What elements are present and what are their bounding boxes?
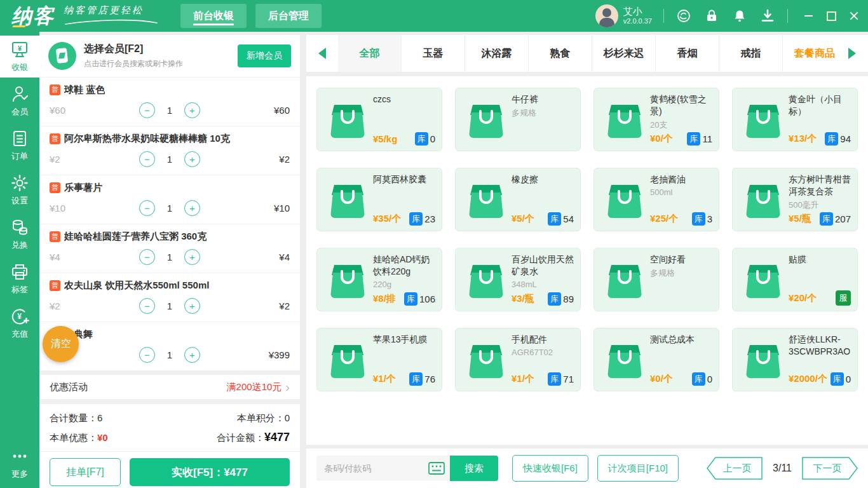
member-select[interactable]: 选择会员[F2] 点击进行会员搜索或刷卡操作 新增会员	[39, 35, 300, 78]
increase-button[interactable]: +	[184, 347, 200, 363]
sidebar-item-cashier[interactable]: ¥ 收银	[0, 36, 39, 78]
category-tab[interactable]: 熟食	[529, 35, 592, 72]
download-icon[interactable]	[759, 8, 776, 24]
product-spec: 348mL	[512, 280, 574, 289]
category-tab[interactable]: 套餐商品	[783, 35, 836, 72]
member-select-subtitle: 点击进行会员搜索或刷卡操作	[84, 58, 183, 69]
sidebar-item-label[interactable]: 标签	[0, 258, 39, 300]
increase-button[interactable]: +	[184, 249, 200, 265]
product-card[interactable]: 测试总成本 ¥0/个 库 0	[593, 328, 719, 391]
brand-slogan: 纳客管店更轻松	[64, 4, 159, 28]
sidebar-item-more[interactable]: 更多	[0, 442, 39, 484]
stock-info: 库 11	[687, 132, 712, 146]
product-card[interactable]: 空间好看 多规格	[593, 248, 719, 311]
total-amount-value: ¥477	[264, 431, 290, 444]
category-tab[interactable]: 戒指	[719, 35, 783, 72]
checkout-button[interactable]: 实收[F5]：¥477	[130, 458, 290, 486]
hold-order-button[interactable]: 挂单[F7]	[50, 458, 121, 486]
next-page-button[interactable]: 下一页	[802, 457, 858, 480]
product-card[interactable]: 老抽酱油 500ml ¥25/个 库 3	[593, 168, 719, 231]
shopping-bag-icon	[461, 254, 512, 306]
category-tab[interactable]: 全部	[338, 35, 402, 72]
product-price: ¥8/排	[373, 293, 396, 305]
product-card[interactable]: 东方树叶青柑普洱茶复合茶 500毫升 ¥5/瓶 库 207	[732, 168, 858, 231]
stock-badge-icon: 库	[404, 292, 417, 306]
category-tab[interactable]: 杉杉来迟	[592, 35, 656, 72]
decrease-button[interactable]: −	[139, 347, 155, 363]
maximize-button[interactable]	[826, 11, 836, 21]
shopping-bag-icon	[599, 173, 650, 226]
product-card[interactable]: 贴膜 ¥20/个 服	[732, 248, 858, 311]
sidebar: ¥ 收银 会员 订单 设置 兑换 标签	[0, 32, 39, 488]
product-name: 黄鹤楼(软雪之景)	[650, 93, 712, 118]
main-tabs: 前台收银后台管理	[180, 4, 322, 28]
category-next-button[interactable]	[836, 35, 868, 72]
page-indicator: 3/11	[773, 463, 792, 474]
decrease-button[interactable]: −	[139, 200, 155, 216]
increase-button[interactable]: +	[184, 298, 200, 314]
increase-button[interactable]: +	[184, 151, 200, 167]
item-total: ¥2	[200, 154, 290, 165]
product-card[interactable]: 百岁山饮用天然矿泉水 348mL ¥3/瓶 库 89	[455, 248, 581, 311]
product-card[interactable]: 橡皮擦 ¥5/个 库 54	[455, 168, 581, 231]
cart-actions: 挂单[F7] 实收[F5]：¥477	[39, 451, 300, 488]
bell-icon[interactable]	[731, 8, 748, 24]
stock-count: 0	[707, 374, 712, 384]
decrease-button[interactable]: −	[139, 298, 155, 314]
stock-badge-icon: 库	[692, 372, 705, 386]
sidebar-item-exchange[interactable]: 兑换	[0, 214, 39, 255]
prev-page-button[interactable]: 上一页	[707, 457, 763, 480]
product-card[interactable]: 苹果13手机膜 ¥1/个 库 76	[316, 328, 442, 391]
add-member-button[interactable]: 新增会员	[238, 44, 291, 67]
decrease-button[interactable]: −	[139, 249, 155, 265]
keyboard-icon[interactable]	[428, 462, 445, 477]
user-account[interactable]: 艾小 v2.0.0.37	[595, 4, 652, 27]
item-name: 阿尔卑斯热带水果奶味硬糖棒棒糖 10克	[64, 133, 230, 145]
decrease-button[interactable]: −	[139, 151, 155, 167]
stock-info: 库 94	[825, 132, 851, 146]
decrease-button[interactable]: −	[139, 102, 155, 118]
quick-checkout-button[interactable]: 快速收银[F6]	[512, 455, 588, 482]
main-tab[interactable]: 前台收银	[180, 4, 247, 28]
product-card[interactable]: czcs ¥5/kg 库 0	[316, 88, 442, 151]
search-button[interactable]: 搜索	[450, 456, 498, 481]
promo-row[interactable]: 优惠活动 满200送10元 ›	[39, 371, 300, 404]
stock-badge-icon: 库	[820, 212, 833, 226]
product-card[interactable]: 手机配件 AGR67T02 ¥1/个 库 71	[455, 328, 581, 391]
item-quantity: 1	[155, 105, 184, 116]
product-spec: 多规格	[512, 107, 574, 119]
sidebar-item-member[interactable]: 会员	[0, 80, 39, 122]
category-tab[interactable]: 玉器	[402, 35, 465, 72]
stock-badge-icon: 库	[548, 292, 561, 306]
sidebar-item-orders[interactable]: 订单	[0, 125, 39, 166]
minimize-button[interactable]	[803, 11, 813, 21]
customer-service-icon[interactable]	[675, 8, 692, 24]
lock-icon[interactable]	[703, 8, 720, 24]
product-card[interactable]: 黄鹤楼(软雪之景) 20支 ¥0/个 库 11	[593, 88, 719, 151]
increase-button[interactable]: +	[184, 102, 200, 118]
item-name: 农夫山泉 饮用天然水550ml 550ml	[64, 280, 209, 292]
product-card[interactable]: 牛仔裤 多规格	[455, 88, 581, 151]
main-tab[interactable]: 后台管理	[255, 4, 322, 28]
product-card[interactable]: 娃哈哈AD钙奶饮料220g 220g ¥8/排 库 106	[316, 248, 442, 311]
product-name: 老抽酱油	[650, 173, 712, 186]
sidebar-item-recharge[interactable]: ¥ 充值	[0, 302, 39, 344]
increase-button[interactable]: +	[184, 200, 200, 216]
sidebar-item-settings[interactable]: 设置	[0, 169, 39, 211]
product-card[interactable]: 阿莫西林胶囊 ¥35/个 库 23	[316, 168, 442, 231]
product-card[interactable]: 黄金叶（小目标） ¥13/个 库 94	[732, 88, 858, 151]
category-tab[interactable]: 香烟	[656, 35, 719, 72]
item-quantity: 1	[155, 301, 184, 311]
product-name: 贴膜	[789, 254, 851, 266]
category-tab[interactable]: 沐浴露	[465, 35, 529, 72]
product-name: 东方树叶青柑普洱茶复合茶	[789, 173, 851, 198]
product-card[interactable]: 舒适侠LLKR-3SCWBPR3AO ¥2000/个 库 0	[732, 328, 858, 391]
stock-badge-icon: 库	[548, 372, 561, 386]
counted-item-button[interactable]: 计次项目[F10]	[597, 455, 679, 482]
product-spec: 500毫升	[789, 200, 851, 211]
product-spec: 多规格	[650, 268, 712, 279]
product-price: ¥20/个	[789, 292, 817, 304]
clear-cart-button[interactable]: 清空	[43, 326, 79, 362]
category-prev-button[interactable]	[306, 35, 338, 72]
close-button[interactable]	[849, 11, 859, 21]
